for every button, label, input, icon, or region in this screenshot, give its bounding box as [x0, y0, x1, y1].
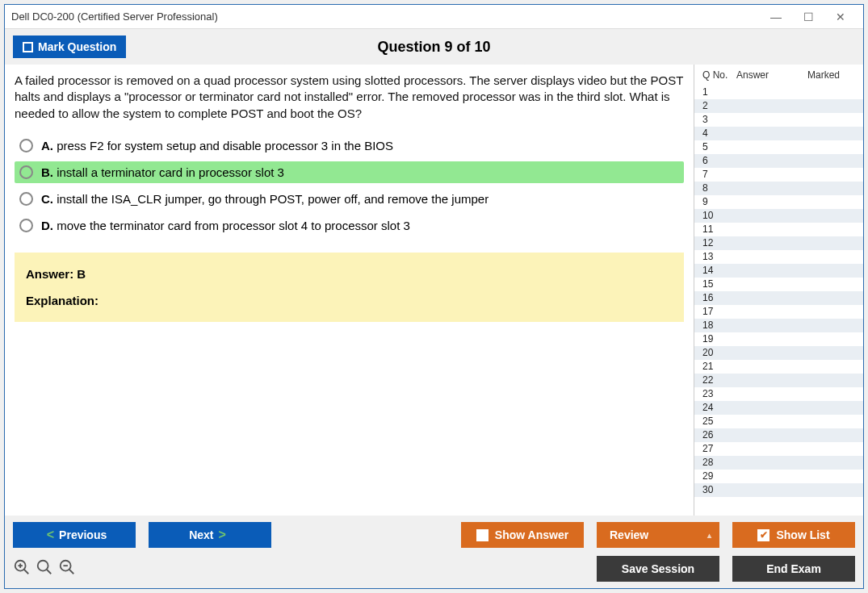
checkbox-icon — [23, 42, 33, 52]
list-item[interactable]: 29 — [694, 470, 863, 483]
list-item[interactable]: 6 — [694, 154, 863, 168]
list-item[interactable]: 26 — [694, 428, 863, 442]
minimize-icon[interactable]: — — [760, 10, 792, 23]
svg-line-1 — [24, 569, 29, 574]
col-qno: Q No. — [698, 69, 736, 81]
titlebar: Dell DC0-200 (Certified Server Professio… — [5, 5, 863, 29]
footer-row-2: Save Session End Exam — [13, 556, 855, 582]
zoom-reset-icon[interactable] — [36, 558, 53, 580]
col-marked: Marked — [799, 69, 848, 81]
list-item[interactable]: 9 — [694, 195, 863, 209]
header: Mark Question Question 9 of 10 — [5, 29, 863, 65]
footer-row-1: < Previous Next > Show Answer Review ▴ ✔… — [13, 522, 855, 548]
svg-line-5 — [47, 569, 52, 574]
main-pane: A failed processor is removed on a quad … — [5, 65, 694, 516]
review-button[interactable]: Review ▴ — [597, 522, 719, 548]
checkbox-icon — [476, 529, 489, 541]
zoom-controls — [13, 558, 76, 580]
chevron-up-icon: ▴ — [707, 531, 711, 540]
window-controls: — ☐ ✕ — [760, 10, 857, 23]
explanation-label: Explanation: — [26, 294, 99, 307]
answer-label: Answer: B — [26, 267, 673, 281]
list-item[interactable]: 17 — [694, 305, 863, 319]
list-item[interactable]: 5 — [694, 140, 863, 154]
option-row[interactable]: A. press F2 for system setup and disable… — [15, 135, 684, 157]
show-answer-button[interactable]: Show Answer — [461, 522, 584, 548]
previous-label: Previous — [59, 528, 107, 541]
option-row[interactable]: B. install a terminator card in processo… — [15, 161, 684, 183]
list-item[interactable]: 13 — [694, 250, 863, 264]
end-exam-button[interactable]: End Exam — [732, 556, 855, 582]
list-item[interactable]: 28 — [694, 456, 863, 470]
list-item[interactable]: 7 — [694, 168, 863, 182]
show-list-label: Show List — [776, 528, 829, 541]
list-item[interactable]: 11 — [694, 223, 863, 236]
chevron-left-icon: < — [42, 528, 59, 542]
list-item[interactable]: 16 — [694, 291, 863, 305]
list-item[interactable]: 14 — [694, 264, 863, 278]
answer-box: Answer: B Explanation: — [15, 253, 684, 322]
list-item[interactable]: 25 — [694, 415, 863, 428]
list-item[interactable]: 24 — [694, 401, 863, 415]
chevron-right-icon: > — [214, 528, 231, 542]
question-text: A failed processor is removed on a quad … — [15, 73, 684, 122]
zoom-in-icon[interactable] — [13, 558, 31, 580]
review-label: Review — [610, 528, 648, 541]
col-answer: Answer — [736, 69, 799, 81]
list-item[interactable]: 1 — [694, 86, 863, 99]
list-item[interactable]: 15 — [694, 278, 863, 291]
radio-icon[interactable] — [19, 165, 33, 179]
list-item[interactable]: 23 — [694, 387, 863, 401]
window-title: Dell DC0-200 (Certified Server Professio… — [11, 10, 760, 23]
end-exam-label: End Exam — [766, 562, 821, 575]
side-header: Q No. Answer Marked — [694, 65, 863, 86]
list-item[interactable]: 2 — [694, 99, 863, 113]
list-item[interactable]: 22 — [694, 374, 863, 387]
body: A failed processor is removed on a quad … — [5, 65, 863, 516]
list-item[interactable]: 10 — [694, 209, 863, 223]
option-row[interactable]: C. install the ISA_CLR jumper, go throug… — [15, 188, 684, 210]
option-label: A. press F2 for system setup and disable… — [41, 139, 393, 152]
side-panel: Q No. Answer Marked 12345678910111213141… — [694, 65, 863, 516]
list-item[interactable]: 12 — [694, 236, 863, 250]
close-icon[interactable]: ✕ — [824, 10, 857, 23]
option-label: C. install the ISA_CLR jumper, go throug… — [41, 192, 489, 206]
option-label: B. install a terminator card in processo… — [41, 165, 284, 179]
next-button[interactable]: Next > — [149, 522, 271, 548]
previous-button[interactable]: < Previous — [13, 522, 136, 548]
list-item[interactable]: 20 — [694, 346, 863, 360]
option-row[interactable]: D. move the terminator card from process… — [15, 215, 684, 236]
list-item[interactable]: 18 — [694, 319, 863, 332]
radio-icon[interactable] — [19, 192, 33, 206]
radio-icon[interactable] — [19, 139, 33, 152]
next-label: Next — [189, 528, 213, 541]
question-counter: Question 9 of 10 — [5, 39, 863, 56]
radio-icon[interactable] — [19, 219, 33, 232]
save-session-button[interactable]: Save Session — [597, 556, 719, 582]
checkbox-checked-icon: ✔ — [757, 529, 769, 541]
options-list: A. press F2 for system setup and disable… — [15, 135, 684, 236]
list-item[interactable]: 27 — [694, 442, 863, 456]
app-window: Dell DC0-200 (Certified Server Professio… — [4, 4, 864, 589]
svg-line-7 — [69, 569, 74, 574]
mark-question-button[interactable]: Mark Question — [13, 35, 126, 58]
footer: < Previous Next > Show Answer Review ▴ ✔… — [5, 516, 863, 588]
option-label: D. move the terminator card from process… — [41, 219, 410, 232]
list-item[interactable]: 19 — [694, 332, 863, 346]
list-item[interactable]: 4 — [694, 127, 863, 140]
list-item[interactable]: 30 — [694, 483, 863, 497]
maximize-icon[interactable]: ☐ — [792, 10, 824, 23]
show-answer-label: Show Answer — [495, 528, 568, 541]
svg-point-4 — [38, 560, 48, 570]
zoom-out-icon[interactable] — [58, 558, 76, 580]
question-list[interactable]: 1234567891011121314151617181920212223242… — [694, 86, 863, 516]
mark-question-label: Mark Question — [38, 40, 116, 53]
list-item[interactable]: 3 — [694, 113, 863, 127]
show-list-button[interactable]: ✔ Show List — [732, 522, 855, 548]
list-item[interactable]: 21 — [694, 360, 863, 374]
list-item[interactable]: 8 — [694, 182, 863, 195]
save-session-label: Save Session — [622, 562, 694, 575]
